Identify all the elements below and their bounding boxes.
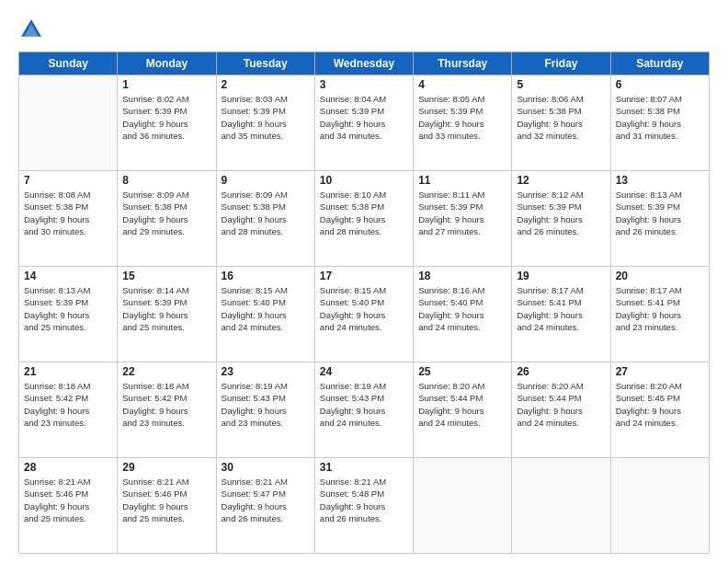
calendar-cell: 21Sunrise: 8:18 AMSunset: 5:42 PMDayligh… (19, 362, 118, 458)
day-number: 10 (320, 174, 408, 187)
calendar-week-row: 7Sunrise: 8:08 AMSunset: 5:38 PMDaylight… (19, 171, 710, 267)
weekday-header: Friday (512, 52, 610, 75)
day-info: Sunrise: 8:21 AMSunset: 5:48 PMDaylight:… (320, 476, 408, 524)
calendar-cell: 29Sunrise: 8:21 AMSunset: 5:46 PMDayligh… (118, 458, 216, 554)
day-number: 16 (222, 270, 310, 282)
weekday-header: Saturday (610, 52, 709, 75)
day-info: Sunrise: 8:20 AMSunset: 5:44 PMDaylight:… (418, 380, 506, 429)
calendar-cell: 7Sunrise: 8:08 AMSunset: 5:38 PMDaylight… (19, 171, 118, 267)
day-info: Sunrise: 8:07 AMSunset: 5:38 PMDaylight:… (616, 93, 704, 142)
calendar-cell: 17Sunrise: 8:15 AMSunset: 5:40 PMDayligh… (314, 267, 413, 362)
day-number: 30 (222, 461, 310, 474)
day-info: Sunrise: 8:16 AMSunset: 5:40 PMDaylight:… (418, 284, 506, 333)
calendar-cell: 8Sunrise: 8:09 AMSunset: 5:38 PMDaylight… (118, 171, 216, 267)
day-number: 24 (320, 365, 408, 378)
day-info: Sunrise: 8:17 AMSunset: 5:41 PMDaylight:… (517, 284, 605, 333)
weekday-header: Sunday (19, 52, 118, 75)
day-number: 1 (122, 78, 210, 91)
day-number: 21 (24, 365, 112, 378)
weekday-header: Monday (118, 52, 216, 75)
day-info: Sunrise: 8:19 AMSunset: 5:43 PMDaylight:… (222, 380, 310, 429)
calendar-table: SundayMondayTuesdayWednesdayThursdayFrid… (18, 52, 710, 554)
calendar-cell (610, 458, 709, 554)
day-number: 11 (418, 174, 506, 187)
day-number: 25 (418, 365, 506, 378)
day-info: Sunrise: 8:11 AMSunset: 5:39 PMDaylight:… (418, 189, 506, 237)
calendar-cell: 31Sunrise: 8:21 AMSunset: 5:48 PMDayligh… (314, 458, 413, 554)
day-info: Sunrise: 8:20 AMSunset: 5:45 PMDaylight:… (616, 380, 704, 429)
day-number: 18 (418, 270, 506, 282)
calendar-page: SundayMondayTuesdayWednesdayThursdayFrid… (0, 0, 728, 563)
day-number: 22 (122, 365, 210, 378)
calendar-week-row: 21Sunrise: 8:18 AMSunset: 5:42 PMDayligh… (19, 362, 710, 458)
day-number: 27 (616, 365, 704, 378)
day-info: Sunrise: 8:13 AMSunset: 5:39 PMDaylight:… (24, 284, 112, 333)
calendar-cell: 22Sunrise: 8:18 AMSunset: 5:42 PMDayligh… (118, 362, 216, 458)
day-number: 31 (320, 461, 408, 474)
day-number: 19 (517, 270, 605, 282)
day-info: Sunrise: 8:09 AMSunset: 5:38 PMDaylight:… (122, 189, 210, 237)
logo (18, 17, 48, 42)
day-info: Sunrise: 8:12 AMSunset: 5:39 PMDaylight:… (517, 189, 605, 237)
day-info: Sunrise: 8:19 AMSunset: 5:43 PMDaylight:… (320, 380, 408, 429)
day-info: Sunrise: 8:21 AMSunset: 5:47 PMDaylight:… (222, 476, 310, 524)
day-number: 17 (320, 270, 408, 282)
calendar-week-row: 1Sunrise: 8:02 AMSunset: 5:39 PMDaylight… (19, 75, 710, 171)
calendar-week-row: 14Sunrise: 8:13 AMSunset: 5:39 PMDayligh… (19, 267, 710, 362)
calendar-cell: 9Sunrise: 8:09 AMSunset: 5:38 PMDaylight… (216, 171, 314, 267)
day-info: Sunrise: 8:08 AMSunset: 5:38 PMDaylight:… (24, 189, 112, 237)
day-info: Sunrise: 8:09 AMSunset: 5:38 PMDaylight:… (222, 189, 310, 237)
weekday-header: Wednesday (314, 52, 413, 75)
calendar-body: 1Sunrise: 8:02 AMSunset: 5:39 PMDaylight… (19, 75, 710, 554)
day-info: Sunrise: 8:13 AMSunset: 5:39 PMDaylight:… (616, 189, 704, 237)
calendar-week-row: 28Sunrise: 8:21 AMSunset: 5:46 PMDayligh… (19, 458, 710, 554)
day-number: 13 (616, 174, 704, 187)
calendar-cell: 23Sunrise: 8:19 AMSunset: 5:43 PMDayligh… (216, 362, 314, 458)
calendar-cell: 28Sunrise: 8:21 AMSunset: 5:46 PMDayligh… (19, 458, 118, 554)
calendar-cell: 24Sunrise: 8:19 AMSunset: 5:43 PMDayligh… (314, 362, 413, 458)
day-info: Sunrise: 8:18 AMSunset: 5:42 PMDaylight:… (122, 380, 210, 429)
calendar-cell: 6Sunrise: 8:07 AMSunset: 5:38 PMDaylight… (610, 75, 709, 171)
day-number: 20 (616, 270, 704, 282)
day-number: 23 (222, 365, 310, 378)
calendar-cell: 1Sunrise: 8:02 AMSunset: 5:39 PMDaylight… (118, 75, 216, 171)
calendar-cell (19, 75, 118, 171)
day-number: 2 (222, 78, 310, 91)
logo-icon (18, 17, 44, 42)
day-info: Sunrise: 8:17 AMSunset: 5:41 PMDaylight:… (616, 284, 704, 333)
day-info: Sunrise: 8:21 AMSunset: 5:46 PMDaylight:… (122, 476, 210, 524)
day-number: 9 (222, 174, 310, 187)
calendar-cell: 13Sunrise: 8:13 AMSunset: 5:39 PMDayligh… (610, 171, 709, 267)
day-info: Sunrise: 8:06 AMSunset: 5:38 PMDaylight:… (517, 93, 605, 142)
calendar-cell: 30Sunrise: 8:21 AMSunset: 5:47 PMDayligh… (216, 458, 314, 554)
calendar-header: SundayMondayTuesdayWednesdayThursdayFrid… (19, 52, 710, 75)
calendar-cell: 4Sunrise: 8:05 AMSunset: 5:39 PMDaylight… (414, 75, 512, 171)
calendar-cell: 25Sunrise: 8:20 AMSunset: 5:44 PMDayligh… (414, 362, 512, 458)
calendar-cell: 20Sunrise: 8:17 AMSunset: 5:41 PMDayligh… (610, 267, 709, 362)
calendar-cell: 5Sunrise: 8:06 AMSunset: 5:38 PMDaylight… (512, 75, 610, 171)
day-info: Sunrise: 8:18 AMSunset: 5:42 PMDaylight:… (24, 380, 112, 429)
weekday-header: Tuesday (216, 52, 314, 75)
calendar-cell: 10Sunrise: 8:10 AMSunset: 5:38 PMDayligh… (314, 171, 413, 267)
page-header (18, 17, 710, 42)
day-number: 12 (517, 174, 605, 187)
day-number: 15 (122, 270, 210, 282)
day-info: Sunrise: 8:15 AMSunset: 5:40 PMDaylight:… (320, 284, 408, 333)
day-number: 5 (517, 78, 605, 91)
calendar-cell: 15Sunrise: 8:14 AMSunset: 5:39 PMDayligh… (118, 267, 216, 362)
calendar-cell: 14Sunrise: 8:13 AMSunset: 5:39 PMDayligh… (19, 267, 118, 362)
day-info: Sunrise: 8:10 AMSunset: 5:38 PMDaylight:… (320, 189, 408, 237)
calendar-cell: 11Sunrise: 8:11 AMSunset: 5:39 PMDayligh… (414, 171, 512, 267)
day-info: Sunrise: 8:21 AMSunset: 5:46 PMDaylight:… (24, 476, 112, 524)
weekday-header: Thursday (414, 52, 512, 75)
calendar-cell: 26Sunrise: 8:20 AMSunset: 5:44 PMDayligh… (512, 362, 610, 458)
calendar-cell: 18Sunrise: 8:16 AMSunset: 5:40 PMDayligh… (414, 267, 512, 362)
day-number: 6 (616, 78, 704, 91)
day-info: Sunrise: 8:15 AMSunset: 5:40 PMDaylight:… (222, 284, 310, 333)
day-info: Sunrise: 8:02 AMSunset: 5:39 PMDaylight:… (122, 93, 210, 142)
day-number: 3 (320, 78, 408, 91)
day-info: Sunrise: 8:03 AMSunset: 5:39 PMDaylight:… (222, 93, 310, 142)
day-info: Sunrise: 8:05 AMSunset: 5:39 PMDaylight:… (418, 93, 506, 142)
day-number: 29 (122, 461, 210, 474)
calendar-cell: 16Sunrise: 8:15 AMSunset: 5:40 PMDayligh… (216, 267, 314, 362)
